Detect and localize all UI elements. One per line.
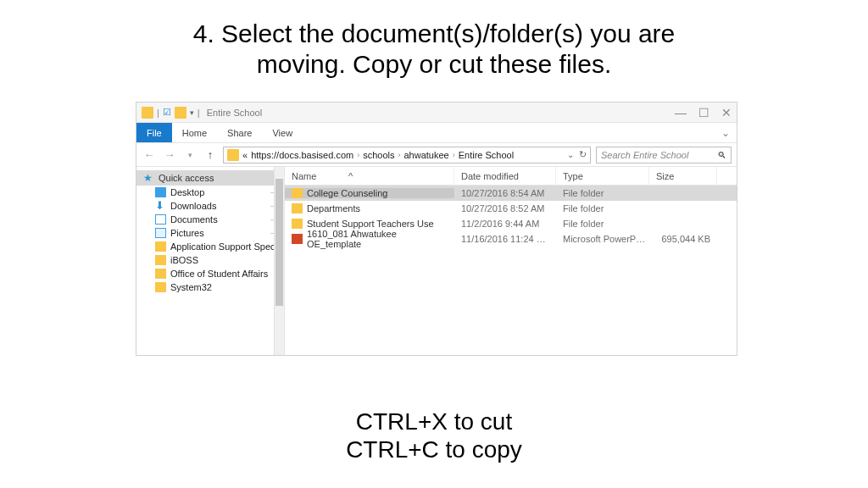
documents-icon: [155, 214, 166, 225]
qat-separator: |: [157, 108, 159, 118]
crumb-ahwatukee[interactable]: ahwatukee: [403, 150, 448, 160]
search-placeholder: Search Entire School: [601, 150, 688, 160]
minimize-button[interactable]: —: [675, 106, 687, 119]
refresh-icon[interactable]: ↻: [579, 149, 587, 160]
nav-back-icon[interactable]: ←: [142, 148, 157, 161]
download-icon: ⬇: [155, 201, 166, 211]
file-type: File folder: [556, 188, 649, 198]
qat-folder-icon[interactable]: [175, 107, 186, 119]
qat-checkbox-icon[interactable]: ☑: [163, 107, 171, 118]
pictures-icon: [155, 228, 166, 238]
tab-file[interactable]: File: [136, 123, 172, 142]
sidebar-item-student-affairs[interactable]: Office of Student Affairs: [136, 267, 284, 280]
sidebar-item-desktop[interactable]: Desktop 📌︎: [136, 186, 284, 199]
powerpoint-icon: [292, 234, 303, 244]
ribbon-collapse-icon[interactable]: ⌄: [721, 127, 737, 139]
file-type: Microsoft PowerP…: [556, 234, 649, 244]
file-list: Name ^ Date modified Type Size College C…: [285, 167, 737, 355]
file-date: 11/16/2016 11:24 …: [454, 234, 556, 244]
table-row[interactable]: 1610_081 Ahwatukee OE_template 11/16/201…: [285, 231, 737, 247]
folder-icon: [155, 241, 166, 252]
address-dropdown-icon[interactable]: ⌄: [567, 150, 574, 159]
sidebar-item-system32[interactable]: System32: [136, 280, 284, 294]
ribbon-tabs: File Home Share View ⌄: [136, 123, 737, 143]
file-explorer-window: | ☑ ▾ | Entire School — ☐ ✕ File Home Sh…: [136, 102, 737, 356]
table-row[interactable]: Departments 10/27/2016 8:52 AM File fold…: [285, 201, 737, 216]
col-size[interactable]: Size: [649, 167, 717, 185]
table-row[interactable]: College Counseling 10/27/2016 8:54 AM Fi…: [285, 186, 737, 201]
slide-title: 4. Select the document(s)/folder(s) you …: [51, 19, 817, 80]
nav-forward-icon: →: [162, 148, 177, 161]
crumb-sep-icon: ›: [398, 151, 400, 159]
sidebar-item-label: Downloads: [170, 201, 216, 211]
maximize-button[interactable]: ☐: [698, 106, 709, 119]
folder-icon: [292, 203, 303, 214]
qat-dropdown-icon[interactable]: ▾: [190, 108, 194, 117]
tab-view[interactable]: View: [262, 123, 303, 142]
address-prefix: «: [242, 150, 248, 160]
titlebar: | ☑ ▾ | Entire School — ☐ ✕: [136, 103, 737, 123]
address-bar[interactable]: « https://docs.basised.com › schools › a…: [223, 147, 591, 164]
quick-access-label: Quick access: [159, 173, 214, 183]
sidebar-item-label: Office of Student Affairs: [170, 269, 268, 279]
folder-icon: [155, 282, 166, 292]
sidebar-item-label: iBOSS: [170, 255, 198, 265]
search-icon[interactable]: 🔍︎: [717, 150, 726, 160]
col-name-label: Name: [292, 171, 316, 181]
file-name: Departments: [307, 203, 360, 214]
file-date: 10/27/2016 8:54 AM: [454, 188, 556, 198]
sidebar-quick-access[interactable]: ★ Quick access: [136, 170, 284, 186]
folder-icon: [155, 255, 166, 265]
titlebar-left: | ☑ ▾ | Entire School: [142, 107, 262, 119]
sort-caret-icon: ^: [320, 171, 353, 181]
nav-up-icon[interactable]: ↑: [203, 148, 218, 161]
sidebar-item-app-support[interactable]: Application Support Specialist: [136, 240, 284, 253]
address-folder-icon: [227, 149, 239, 161]
tab-share[interactable]: Share: [217, 123, 262, 142]
sidebar-scrollbar[interactable]: [274, 167, 284, 355]
qat-separator-2: |: [198, 108, 200, 118]
sidebar-item-downloads[interactable]: ⬇ Downloads 📌︎: [136, 199, 284, 213]
sidebar-item-iboss[interactable]: iBOSS: [136, 253, 284, 267]
file-rows: College Counseling 10/27/2016 8:54 AM Fi…: [285, 186, 737, 247]
folder-icon: [292, 219, 303, 229]
sidebar-item-documents[interactable]: Documents 📌︎: [136, 213, 284, 226]
col-type[interactable]: Type: [556, 167, 649, 185]
sidebar-item-label: Pictures: [170, 228, 204, 238]
sidebar-item-pictures[interactable]: Pictures 📌︎: [136, 226, 284, 240]
crumb-entire-school[interactable]: Entire School: [459, 150, 514, 160]
nav-sidebar: ★ Quick access Desktop 📌︎ ⬇ Downloads 📌︎…: [136, 167, 285, 355]
desktop-icon: [155, 187, 166, 197]
folder-icon: [292, 188, 303, 198]
sidebar-item-label: Documents: [170, 214, 218, 225]
close-button[interactable]: ✕: [721, 106, 732, 119]
scrollbar-thumb[interactable]: [275, 179, 283, 306]
sidebar-item-label: Desktop: [170, 187, 204, 197]
tip-cut: CTRL+X to cut: [356, 408, 512, 435]
file-type: File folder: [556, 219, 649, 229]
col-date[interactable]: Date modified: [454, 167, 556, 185]
column-headers: Name ^ Date modified Type Size: [285, 167, 737, 186]
sidebar-item-label: Application Support Specialist: [170, 241, 285, 252]
file-date: 11/2/2016 9:44 AM: [454, 219, 556, 229]
title-line-2: moving. Copy or cut these files.: [257, 50, 612, 78]
file-name: College Counseling: [307, 188, 387, 198]
folder-icon: [155, 269, 166, 279]
file-date: 10/27/2016 8:52 AM: [454, 203, 556, 214]
crumb-schools[interactable]: schools: [363, 150, 394, 160]
tip-copy: CTRL+C to copy: [346, 436, 522, 463]
title-line-1: 4. Select the document(s)/folder(s) you …: [193, 19, 676, 47]
crumb-root[interactable]: https://docs.basised.com: [251, 150, 353, 160]
nav-row: ← → ▾ ↑ « https://docs.basised.com › sch…: [136, 143, 737, 167]
crumb-sep-icon: ›: [453, 151, 455, 159]
tab-home[interactable]: Home: [172, 123, 217, 142]
col-name[interactable]: Name ^: [285, 167, 454, 185]
folder-icon: [142, 107, 153, 119]
file-name: Student Support Teachers Use: [307, 219, 434, 229]
keyboard-tips: CTRL+X to cut CTRL+C to copy: [0, 408, 868, 464]
file-type: File folder: [556, 203, 649, 214]
sidebar-item-label: System32: [170, 282, 212, 292]
nav-history-icon[interactable]: ▾: [182, 151, 198, 159]
file-name: 1610_081 Ahwatukee OE_template: [307, 229, 448, 249]
search-input[interactable]: Search Entire School 🔍︎: [596, 147, 732, 164]
